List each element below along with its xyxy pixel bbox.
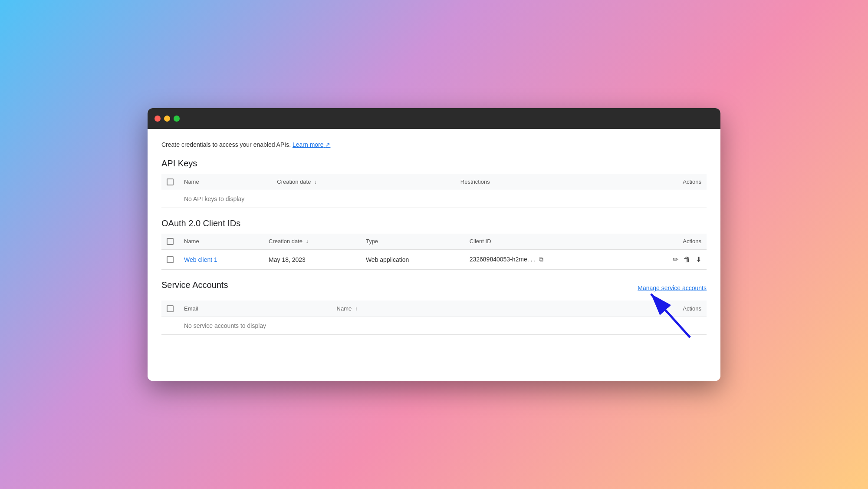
oauth-title: OAuth 2.0 Client IDs [161, 218, 707, 228]
api-keys-header-row: Name Creation date ↓ Restrictions Action… [161, 174, 707, 190]
sa-email-col-header: Email [179, 301, 332, 317]
table-row: Web client 1 May 18, 2023 Web applicatio… [161, 250, 707, 270]
api-keys-empty-message: No API keys to display [179, 190, 707, 208]
oauth-row-type-cell: Web application [361, 250, 464, 270]
sa-select-all-checkbox[interactable] [167, 305, 174, 312]
service-accounts-section: Service Accounts Manage service accounts… [161, 280, 707, 335]
api-keys-actions-col-header: Actions [601, 174, 707, 190]
service-accounts-header: Service Accounts Manage service accounts [161, 280, 707, 295]
oauth-row-actions-cell: ✏ 🗑 ⬇ [631, 250, 707, 270]
external-link-icon: ↗ [325, 141, 330, 148]
oauth-creation-date-sort-icon: ↓ [306, 238, 309, 244]
sa-name-col-header[interactable]: Name ↑ [332, 301, 527, 317]
oauth-row-checkbox[interactable] [167, 256, 174, 263]
api-keys-section: API Keys Name Creation date ↓ Restrictio… [161, 159, 707, 208]
intro-text: Create credentials to access your enable… [161, 141, 707, 148]
service-accounts-title: Service Accounts [161, 280, 228, 290]
sa-empty-message: No service accounts to display [179, 317, 707, 334]
sa-actions-col-header: Actions [526, 301, 707, 317]
service-accounts-table: Email Name ↑ Actions No service accounts… [161, 301, 707, 335]
api-keys-name-col-header: Name [179, 174, 272, 190]
service-accounts-header-row: Email Name ↑ Actions [161, 301, 707, 317]
download-icon[interactable]: ⬇ [696, 255, 701, 264]
oauth-client-id-col-header: Client ID [464, 234, 631, 250]
oauth-row-action-icons: ✏ 🗑 ⬇ [636, 255, 701, 264]
api-keys-select-all-checkbox[interactable] [167, 178, 174, 185]
delete-icon[interactable]: 🗑 [684, 256, 690, 264]
oauth-type-col-header: Type [361, 234, 464, 250]
copy-client-id-button[interactable]: ⧉ [537, 255, 545, 264]
sa-empty-row: No service accounts to display [161, 317, 707, 334]
learn-more-link[interactable]: Learn more ↗ [293, 141, 330, 148]
titlebar [148, 108, 720, 129]
creation-date-sort-icon: ↓ [314, 179, 317, 185]
oauth-row-date-cell: May 18, 2023 [263, 250, 361, 270]
api-keys-title: API Keys [161, 159, 707, 169]
api-keys-empty-row: No API keys to display [161, 190, 707, 208]
oauth-row-checkbox-cell [161, 250, 179, 270]
web-client-link[interactable]: Web client 1 [184, 256, 217, 263]
oauth-header-row: Name Creation date ↓ Type Client ID Acti… [161, 234, 707, 250]
minimize-button[interactable] [164, 116, 170, 122]
app-window: Create credentials to access your enable… [148, 108, 720, 381]
api-keys-checkbox-col-header [161, 174, 179, 190]
main-content: Create credentials to access your enable… [148, 129, 720, 381]
sa-name-sort-icon: ↑ [355, 306, 358, 312]
oauth-section: OAuth 2.0 Client IDs Name Creation date … [161, 218, 707, 270]
oauth-select-all-checkbox[interactable] [167, 238, 174, 245]
oauth-table: Name Creation date ↓ Type Client ID Acti… [161, 234, 707, 270]
oauth-row-name-cell: Web client 1 [179, 250, 263, 270]
oauth-row-client-id-cell: 232689840053-h2me. . . ⧉ [464, 250, 631, 270]
oauth-creation-date-col-header[interactable]: Creation date ↓ [263, 234, 361, 250]
close-button[interactable] [155, 116, 161, 122]
api-keys-creation-date-col-header[interactable]: Creation date ↓ [272, 174, 455, 190]
oauth-checkbox-col-header [161, 234, 179, 250]
oauth-actions-col-header: Actions [631, 234, 707, 250]
sa-checkbox-col-header [161, 301, 179, 317]
oauth-name-col-header: Name [179, 234, 263, 250]
api-keys-restrictions-col-header: Restrictions [455, 174, 601, 190]
maximize-button[interactable] [174, 116, 180, 122]
api-keys-table: Name Creation date ↓ Restrictions Action… [161, 174, 707, 208]
manage-service-accounts-link[interactable]: Manage service accounts [638, 284, 707, 291]
edit-icon[interactable]: ✏ [673, 255, 678, 264]
